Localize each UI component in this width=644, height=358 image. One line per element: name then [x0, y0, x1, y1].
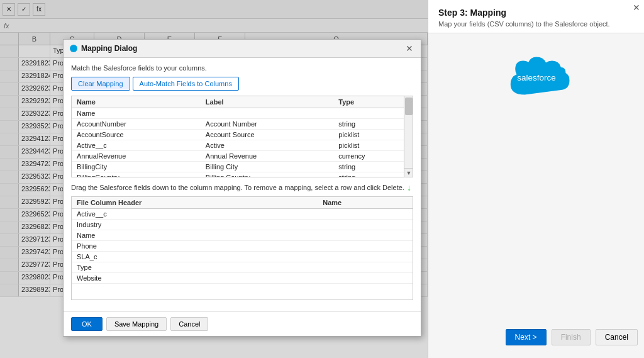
field-name: BillingCountry: [72, 172, 201, 178]
auto-match-button[interactable]: Auto-Match Fields to Columns: [133, 77, 239, 91]
field-type: currency: [333, 151, 413, 162]
fields-scrollbar-thumb: [405, 98, 413, 115]
fields-table: Name Label Type Name AccountNumber Accou…: [72, 96, 413, 177]
sf-navigation-buttons: Next > Finish Cancel: [506, 329, 638, 345]
table-row[interactable]: SLA_c: [72, 252, 413, 262]
sf-cancel-button[interactable]: Cancel: [596, 329, 638, 345]
ok-button[interactable]: OK: [71, 317, 103, 331]
field-label: Active: [201, 140, 333, 151]
field-name: BillingCity: [72, 162, 201, 172]
mapping-value: [318, 230, 413, 241]
file-column: Industry: [72, 220, 318, 230]
scrollbar-down-arrow[interactable]: ▼: [404, 168, 413, 177]
mapping-value: [318, 262, 413, 273]
fields-table-header-row: Name Label Type: [72, 96, 413, 108]
finish-button: Finish: [552, 329, 591, 345]
table-row[interactable]: Industry: [72, 220, 413, 230]
next-button[interactable]: Next >: [506, 329, 547, 345]
clear-mapping-button[interactable]: Clear Mapping: [71, 77, 130, 91]
file-column: Name: [72, 230, 318, 241]
table-row[interactable]: Name: [72, 108, 413, 119]
field-name: Name: [72, 108, 201, 119]
field-type: picklist: [333, 130, 413, 140]
table-row[interactable]: BillingCity Billing City string: [72, 162, 413, 172]
step-description: Map your fields (CSV columns) to the Sal…: [438, 20, 634, 28]
mapping-table-container[interactable]: File Column Header Name Active__c Indust…: [71, 196, 413, 300]
field-name: Active__c: [72, 140, 201, 151]
table-row[interactable]: Active__c: [72, 209, 413, 220]
dialog-body: Match the Salesforce fields to your colu…: [64, 58, 421, 311]
field-label: Account Number: [201, 119, 333, 130]
field-name: AccountSource: [72, 130, 201, 140]
table-row[interactable]: Type: [72, 262, 413, 273]
col-header-mapping-name: Name: [318, 197, 413, 209]
fields-table-body: Name AccountNumber Account Number string…: [72, 108, 413, 178]
file-column: SLA_c: [72, 252, 318, 262]
file-column: Website: [72, 273, 318, 284]
file-column: Active__c: [72, 209, 318, 220]
mapping-header-row: File Column Header Name: [72, 197, 413, 209]
field-label: Annual Revenue: [201, 151, 333, 162]
panel-close-button[interactable]: ✕: [633, 3, 640, 13]
dialog-cancel-button[interactable]: Cancel: [170, 317, 208, 331]
table-row[interactable]: Phone: [72, 241, 413, 252]
mapping-value: [318, 273, 413, 284]
file-column: Type: [72, 262, 318, 273]
col-header-file-column: File Column Header: [72, 197, 318, 209]
field-type: string: [333, 119, 413, 130]
salesforce-panel: Step 3: Mapping Map your fields (CSV col…: [428, 0, 644, 358]
mapping-table-body: Active__c Industry Name Phone: [72, 209, 413, 284]
drag-instruction: Drag the Salesforce fields down to the c…: [71, 182, 413, 193]
mapping-dialog: Mapping Dialog ✕ Match the Salesforce fi…: [63, 39, 421, 337]
fields-scrollbar[interactable]: ▼: [404, 96, 413, 177]
field-type: string: [333, 162, 413, 172]
table-row[interactable]: AnnualRevenue Annual Revenue currency: [72, 151, 413, 162]
table-row[interactable]: Website: [72, 273, 413, 284]
field-label: Account Source: [201, 130, 333, 140]
step-title: Step 3: Mapping: [438, 8, 634, 18]
dialog-titlebar: Mapping Dialog ✕: [64, 40, 421, 58]
field-name: AccountNumber: [72, 119, 201, 130]
mapping-value: [318, 241, 413, 252]
svg-text:salesforce: salesforce: [517, 73, 556, 82]
salesforce-logo-area: salesforce: [428, 33, 644, 121]
mapping-value: [318, 220, 413, 230]
save-mapping-button[interactable]: Save Mapping: [106, 317, 167, 331]
dialog-close-button[interactable]: ✕: [404, 43, 414, 53]
col-header-label: Label: [201, 96, 333, 108]
table-row[interactable]: Name: [72, 230, 413, 241]
field-label: Billing City: [201, 162, 333, 172]
mapping-value: [318, 209, 413, 220]
salesforce-logo: salesforce: [486, 52, 587, 109]
arrow-down-icon: ↓: [407, 182, 411, 193]
col-header-type: Type: [333, 96, 413, 108]
file-column: Phone: [72, 241, 318, 252]
field-label: [201, 108, 333, 119]
field-type: picklist: [333, 140, 413, 151]
sf-step-header: Step 3: Mapping Map your fields (CSV col…: [428, 0, 644, 33]
table-row[interactable]: AccountNumber Account Number string: [72, 119, 413, 130]
dialog-title-text: Mapping Dialog: [70, 44, 137, 53]
mapping-value: [318, 252, 413, 262]
field-name: AnnualRevenue: [72, 151, 201, 162]
dialog-toolbar: Clear Mapping Auto-Match Fields to Colum…: [71, 77, 413, 91]
mapping-table: File Column Header Name Active__c Indust…: [72, 197, 413, 284]
salesforce-dot-icon: [70, 45, 77, 52]
table-row[interactable]: Active__c Active picklist: [72, 140, 413, 151]
fields-table-container[interactable]: Name Label Type Name AccountNumber Accou…: [71, 96, 413, 177]
table-row[interactable]: AccountSource Account Source picklist: [72, 130, 413, 140]
dialog-footer: OK Save Mapping Cancel: [64, 311, 421, 336]
field-type: [333, 108, 413, 119]
col-header-name: Name: [72, 96, 201, 108]
table-row[interactable]: BillingCountry Billing Country string: [72, 172, 413, 178]
field-label: Billing Country: [201, 172, 333, 178]
dialog-description: Match the Salesforce fields to your colu…: [71, 64, 413, 72]
field-type: string: [333, 172, 413, 178]
